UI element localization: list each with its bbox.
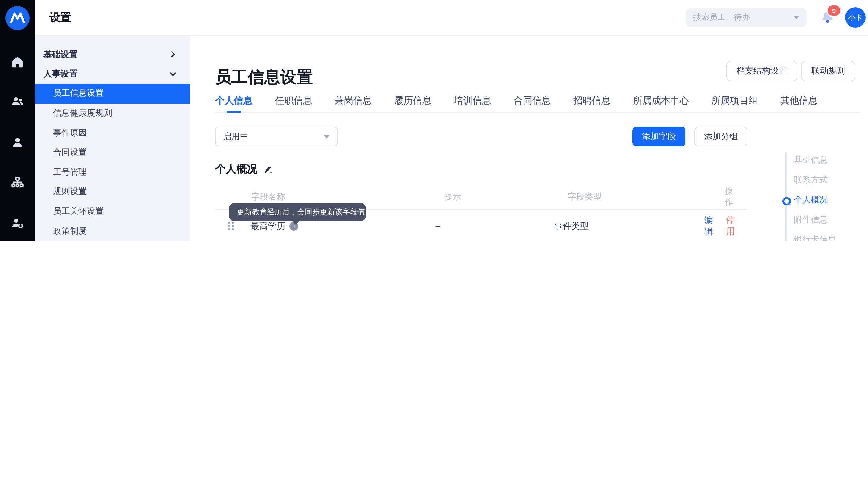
sidebar-item-contract-settings[interactable]: 合同设置 <box>35 143 190 162</box>
sidebar-item-employee-info-settings[interactable]: 员工信息设置 <box>35 84 190 103</box>
tab-concurrent-post-info[interactable]: 兼岗信息 <box>335 90 372 112</box>
anchor-item-basic-info[interactable]: 基础信息 <box>794 150 836 170</box>
info-tabs: 个人信息 任职信息 兼岗信息 履历信息 培训信息 合同信息 招聘信息 所属成本中… <box>215 90 859 113</box>
anchor-item-attachment-info[interactable]: 附件信息 <box>794 210 836 230</box>
col-field-name: 字段名称 <box>251 192 444 202</box>
sidebar-item-basic-settings[interactable]: 基础设置 <box>35 44 190 64</box>
sidebar-item-policy-system[interactable]: 政策制度 <box>35 221 190 241</box>
org-chart-icon[interactable] <box>10 175 25 190</box>
add-field-button[interactable]: 添加字段 <box>632 127 685 147</box>
app-rail <box>0 0 35 241</box>
field-type: 事件类型 <box>554 220 704 232</box>
users-icon[interactable] <box>10 94 25 108</box>
top-bar: 设置 搜索员工、待办 9 小卡 <box>35 0 868 36</box>
field-name: 最高学历 <box>250 220 285 232</box>
sidebar-item-event-reasons[interactable]: 事件原因 <box>35 123 190 143</box>
add-group-button[interactable]: 添加分组 <box>694 127 747 147</box>
status-filter-select[interactable]: 启用中 <box>215 127 338 147</box>
tab-employment-info[interactable]: 任职信息 <box>275 90 312 112</box>
settings-sidebar: 基础设置 人事设置 员工信息设置 信息健康度规则 事件原因 合同设置 工号管理 … <box>35 35 190 241</box>
chevron-right-icon <box>169 51 177 58</box>
brand-logo[interactable] <box>5 6 30 30</box>
avatar[interactable]: 小卡 <box>845 7 866 28</box>
disable-link[interactable]: 停用 <box>726 215 735 237</box>
edit-section-icon[interactable] <box>264 164 273 173</box>
tab-resume-info[interactable]: 履历信息 <box>394 90 432 112</box>
col-actions: 操作 <box>724 186 747 208</box>
anchor-item-bank-card-info[interactable]: 银行卡信息 <box>794 230 836 241</box>
field-hint: – <box>435 221 554 231</box>
chevron-down-icon <box>169 70 177 78</box>
tooltip-education-sync: 更新教育经历后，会同步更新该字段值 <box>229 203 366 221</box>
app-title: 设置 <box>50 0 71 35</box>
search-input[interactable]: 搜索员工、待办 <box>686 8 807 27</box>
sidebar-item-hr-settings[interactable]: 人事设置 <box>35 64 190 84</box>
user-icon[interactable] <box>10 135 25 150</box>
anchor-item-profile[interactable]: 个人概况 <box>794 190 836 210</box>
drag-handle-icon[interactable] <box>228 221 234 231</box>
notifications-button[interactable]: 9 <box>820 10 835 25</box>
tab-project-group[interactable]: 所属项目组 <box>711 90 758 112</box>
tab-recruitment-info[interactable]: 招聘信息 <box>573 90 611 112</box>
anchor-nav-line <box>785 152 787 241</box>
tab-personal-info[interactable]: 个人信息 <box>215 90 253 112</box>
sidebar-item-employee-care-settings[interactable]: 员工关怀设置 <box>35 202 190 221</box>
status-filter-value: 启用中 <box>223 131 324 142</box>
sidebar-item-rule-settings[interactable]: 规则设置 <box>35 182 190 201</box>
section-heading-profile: 个人概况 <box>215 161 273 176</box>
tab-contract-info[interactable]: 合同信息 <box>514 90 551 112</box>
anchor-nav: 基础信息 联系方式 个人概况 附件信息 银行卡信息 <box>794 150 836 241</box>
tab-cost-center[interactable]: 所属成本中心 <box>633 90 689 112</box>
anchor-active-marker <box>782 197 791 205</box>
edit-link[interactable]: 编辑 <box>704 215 713 237</box>
home-icon[interactable] <box>10 55 25 69</box>
tab-other-info[interactable]: 其他信息 <box>780 90 818 112</box>
main-content: 员工信息设置 档案结构设置 联动规则 个人信息 任职信息 兼岗信息 履历信息 培… <box>190 35 868 241</box>
sidebar-item-employee-id-management[interactable]: 工号管理 <box>35 162 190 182</box>
anchor-item-contact-info[interactable]: 联系方式 <box>794 170 836 190</box>
linkage-rules-button[interactable]: 联动规则 <box>801 61 855 81</box>
search-placeholder: 搜索员工、待办 <box>693 12 793 23</box>
chevron-down-icon <box>324 135 330 138</box>
page-title: 员工信息设置 <box>215 66 313 88</box>
app: 设置 搜索员工、待办 9 小卡 基础设置 人事设置 员工信息设置 信息健康度规则… <box>0 0 868 241</box>
notification-badge: 9 <box>827 4 841 17</box>
col-hint: 提示 <box>444 192 568 202</box>
tab-training-info[interactable]: 培训信息 <box>454 90 491 112</box>
col-field-type: 字段类型 <box>568 192 724 202</box>
user-add-icon[interactable] <box>10 216 25 230</box>
sidebar-item-info-health-rules[interactable]: 信息健康度规则 <box>35 104 190 123</box>
archive-structure-button[interactable]: 档案结构设置 <box>726 61 798 81</box>
chevron-down-icon <box>793 16 799 19</box>
